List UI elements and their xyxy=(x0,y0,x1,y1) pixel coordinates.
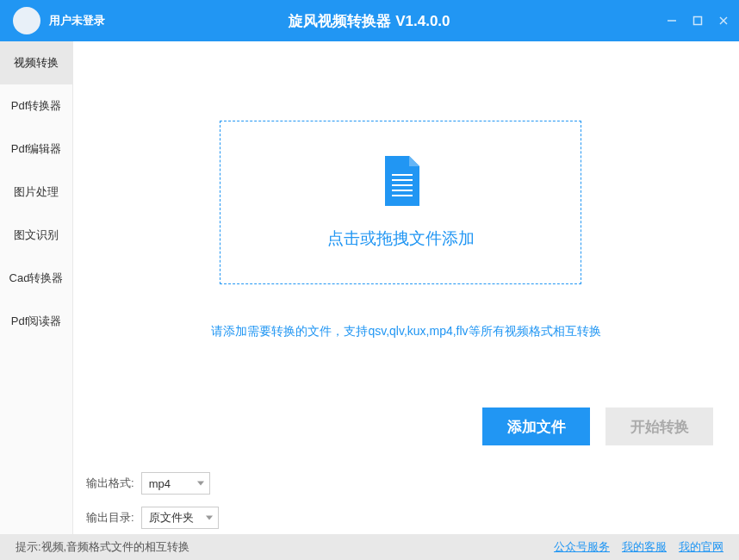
sidebar-item-pdf-reader[interactable]: Pdf阅读器 xyxy=(0,300,72,343)
file-dropzone[interactable]: 点击或拖拽文件添加 xyxy=(220,121,581,284)
output-dir-select[interactable]: 原文件夹 xyxy=(141,507,219,529)
sidebar: 视频转换 Pdf转换器 Pdf编辑器 图片处理 图文识别 Cad转换器 Pdf阅… xyxy=(0,41,73,534)
svg-rect-1 xyxy=(694,17,702,25)
sidebar-item-label: Pdf编辑器 xyxy=(11,141,62,157)
sidebar-item-ocr[interactable]: 图文识别 xyxy=(0,214,72,257)
user-status-label: 用户未登录 xyxy=(49,13,105,28)
sidebar-item-pdf-convert[interactable]: Pdf转换器 xyxy=(0,84,72,128)
footer-links: 公众号服务 我的客服 我的官网 xyxy=(554,539,723,555)
content-area: 点击或拖拽文件添加 请添加需要转换的文件，支持qsv,qlv,kux,mp4,f… xyxy=(73,41,739,534)
titlebar: 用户未登录 旋风视频转换器 V1.4.0.0 xyxy=(0,0,739,41)
action-buttons: 添加文件 开始转换 xyxy=(482,408,713,445)
sidebar-item-label: 视频转换 xyxy=(14,55,59,71)
sidebar-item-label: Pdf阅读器 xyxy=(11,314,62,329)
sidebar-item-video-convert[interactable]: 视频转换 xyxy=(0,41,72,84)
window-controls xyxy=(665,14,730,28)
footer-tip: 提示:视频,音频格式文件的相互转换 xyxy=(16,539,189,555)
minimize-button[interactable] xyxy=(665,14,679,28)
close-button[interactable] xyxy=(717,14,730,28)
sidebar-item-cad-convert[interactable]: Cad转换器 xyxy=(0,257,72,300)
avatar[interactable] xyxy=(13,7,40,34)
output-dir-value: 原文件夹 xyxy=(149,510,194,526)
sidebar-item-pdf-edit[interactable]: Pdf编辑器 xyxy=(0,128,72,171)
format-hint-text: 请添加需要转换的文件，支持qsv,qlv,kux,mp4,flv等所有视频格式相… xyxy=(73,324,739,339)
app-title: 旋风视频转换器 V1.4.0.0 xyxy=(289,11,450,31)
output-dir-row: 输出目录: 原文件夹 xyxy=(86,507,219,529)
sidebar-item-label: Pdf转换器 xyxy=(11,98,62,114)
output-dir-label: 输出目录: xyxy=(86,510,134,526)
sidebar-item-label: Cad转换器 xyxy=(9,271,64,286)
output-format-row: 输出格式: mp4 xyxy=(86,472,210,495)
footer-link-website[interactable]: 我的官网 xyxy=(679,539,723,555)
footer-link-wechat[interactable]: 公众号服务 xyxy=(554,539,610,555)
dropzone-text: 点击或拖拽文件添加 xyxy=(327,227,475,250)
main-area: 视频转换 Pdf转换器 Pdf编辑器 图片处理 图文识别 Cad转换器 Pdf阅… xyxy=(0,41,739,534)
add-file-button[interactable]: 添加文件 xyxy=(482,408,590,445)
chevron-down-icon xyxy=(206,516,213,520)
sidebar-item-label: 图文识别 xyxy=(14,227,59,243)
file-icon xyxy=(382,156,419,206)
start-convert-button[interactable]: 开始转换 xyxy=(605,408,713,445)
maximize-button[interactable] xyxy=(691,14,705,28)
chevron-down-icon xyxy=(197,482,204,486)
output-format-select[interactable]: mp4 xyxy=(141,472,210,495)
footer-link-support[interactable]: 我的客服 xyxy=(622,539,667,555)
sidebar-item-image-process[interactable]: 图片处理 xyxy=(0,171,72,214)
output-format-label: 输出格式: xyxy=(86,476,134,491)
output-format-value: mp4 xyxy=(149,477,171,490)
footer: 提示:视频,音频格式文件的相互转换 公众号服务 我的客服 我的官网 xyxy=(0,534,739,560)
sidebar-item-label: 图片处理 xyxy=(14,184,59,200)
